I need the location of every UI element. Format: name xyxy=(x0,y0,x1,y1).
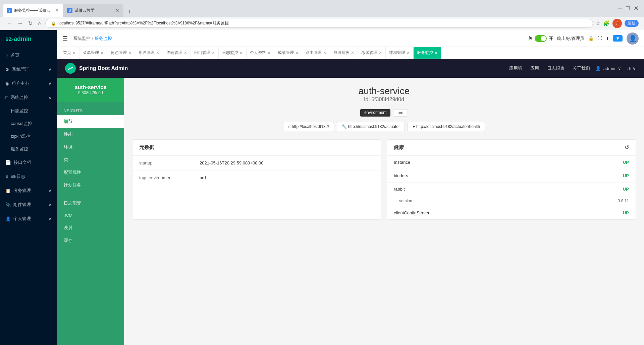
sidebar-item-api-docs[interactable]: 📄 接口文档 xyxy=(0,155,57,169)
tab-course[interactable]: 课程管理 ✕ xyxy=(386,47,414,59)
sba-nav-about[interactable]: 关于我们 xyxy=(573,65,590,71)
tab-log[interactable]: 日志监控 ✕ xyxy=(219,47,247,59)
sidebar-item-service-monitor[interactable]: 服务监控 xyxy=(0,143,57,155)
sidebar-attach[interactable]: 📎附件管理 ∨ xyxy=(0,198,57,212)
sidebar-item-zipkin[interactable]: zipkin监控 xyxy=(0,130,57,143)
sba-menu-performance[interactable]: 性能 xyxy=(57,128,124,141)
refresh-icon[interactable]: ↺ xyxy=(625,144,629,151)
service-link-actuator[interactable]: 🔧 http://localhost:9182/actuator xyxy=(337,122,405,131)
sba-menu-scheduled-tasks[interactable]: 计划任务 xyxy=(57,179,124,192)
tag-environment: environment xyxy=(360,109,390,117)
sidebar-tenant[interactable]: ◉租户中心 ∨ xyxy=(0,76,57,90)
tab-profile[interactable]: 个人资料 ✕ xyxy=(247,47,274,59)
minimize-button[interactable]: ─ xyxy=(618,5,622,12)
address-bar[interactable]: 🔒 localhost:9527/#/iframe/urlPath?src=ht… xyxy=(45,19,593,28)
toggle-on-label: 开 xyxy=(549,36,553,42)
service-heading: auth-service xyxy=(132,86,636,96)
tab-terminal-close[interactable]: ✕ xyxy=(184,51,187,55)
back-button[interactable]: ← xyxy=(5,19,13,28)
refresh-button[interactable]: ↻ xyxy=(27,19,34,28)
sba-menu-details[interactable]: 细节 xyxy=(57,115,124,128)
sidebar-item-consul[interactable]: consul监控 xyxy=(0,117,57,130)
sidebar-personal[interactable]: 👤个人管理 ∨ xyxy=(0,212,57,226)
sidebar-item-home[interactable]: ⌂ 首页 xyxy=(0,48,57,62)
toggle-switch[interactable] xyxy=(535,35,547,42)
star-icon[interactable]: ☆ xyxy=(596,20,600,26)
tab-favicon-1: S xyxy=(7,8,12,13)
sidebar-exam[interactable]: 📋考务管理 ∨ xyxy=(0,184,57,198)
tab-exam-close[interactable]: ✕ xyxy=(379,51,382,55)
tab-grade-close[interactable]: ✕ xyxy=(295,51,299,55)
sidebar-monitor-header[interactable]: □系统监控 ∧ xyxy=(0,90,57,105)
tab-route-close[interactable]: ✕ xyxy=(323,51,326,55)
sidebar-item-log-monitor[interactable]: 日志监控 xyxy=(0,105,57,117)
tab-user-close[interactable]: ✕ xyxy=(156,51,159,55)
sba-nav-appwall[interactable]: 应用墙 xyxy=(509,65,522,71)
sba-menu-cache[interactable]: 缓存 xyxy=(57,234,124,247)
tab-close-2[interactable]: ✕ xyxy=(115,8,119,13)
tab-grade-review-close[interactable]: ✕ xyxy=(351,51,354,55)
meta-key-startup: startup xyxy=(132,156,193,170)
fullscreen-icon[interactable]: ⛶ xyxy=(598,36,602,41)
dropdown-icon[interactable]: ▼ xyxy=(613,35,623,42)
update-button[interactable]: 更新 xyxy=(625,20,639,27)
tab-log-close[interactable]: ✕ xyxy=(239,51,243,55)
sba-menu-config-props[interactable]: 配置属性 xyxy=(57,166,124,179)
tab-role-mgmt[interactable]: 角色管理 ✕ xyxy=(107,47,135,59)
sba-menu-log-config[interactable]: 日志配置 xyxy=(57,197,124,210)
sba-logo-icon xyxy=(65,63,76,74)
browser-tab-active[interactable]: S 服务监控——试做云 ✕ xyxy=(3,4,63,17)
new-tab-button[interactable]: + xyxy=(125,7,134,17)
browser-tab-inactive[interactable]: S 试做云教学 ✕ xyxy=(63,4,123,17)
tab-menu-close[interactable]: ✕ xyxy=(100,51,104,55)
sidebar-logo: sz-admin xyxy=(0,30,57,48)
tab-home-close[interactable]: ✕ xyxy=(72,51,76,55)
home-button[interactable]: ⌂ xyxy=(37,19,43,28)
tab-home[interactable]: 首页 ✕ xyxy=(60,47,79,59)
metadata-title: 元数据 xyxy=(139,144,154,151)
lock-icon[interactable]: 🔒 xyxy=(588,36,594,41)
sba-lang-dropdown[interactable]: zh ∨ xyxy=(627,66,636,71)
tab-user-mgmt[interactable]: 用户管理 ✕ xyxy=(135,47,163,59)
forward-button[interactable]: → xyxy=(16,19,24,28)
tab-route[interactable]: 路由管理 ✕ xyxy=(302,47,330,59)
sidebar-item-elk[interactable]: ≡ elk日志 xyxy=(0,169,57,184)
extension-icon[interactable]: 🧩 xyxy=(603,20,610,26)
maximize-button[interactable]: □ xyxy=(626,5,630,12)
hamburger-button[interactable]: ☰ xyxy=(62,35,68,42)
tab-dept[interactable]: 部门管理 ✕ xyxy=(191,47,219,59)
tab-dept-close[interactable]: ✕ xyxy=(212,51,215,55)
close-window-button[interactable]: ✕ xyxy=(634,5,639,12)
chevron-icon-personal: ∨ xyxy=(48,216,52,221)
tab-exam[interactable]: 考试管理 ✕ xyxy=(358,47,386,59)
actuator-link-icon: 🔧 xyxy=(342,124,347,129)
tab-close-1[interactable]: ✕ xyxy=(55,8,59,13)
tab-user-label: 用户管理 xyxy=(139,50,155,56)
breadcrumb-home[interactable]: 系统监控 xyxy=(73,36,91,42)
tab-terminal[interactable]: 终端管理 ✕ xyxy=(163,47,191,59)
tab-role-close[interactable]: ✕ xyxy=(128,51,131,55)
sba-nav-apps[interactable]: 应用 xyxy=(530,65,539,71)
chevron-icon-monitor: ∧ xyxy=(48,95,52,100)
sba-menu-class[interactable]: 类 xyxy=(57,153,124,166)
tab-grade-review[interactable]: 成绩批改 ✕ xyxy=(330,47,358,59)
tab-service-monitor-close[interactable]: ✕ xyxy=(434,51,438,55)
sba-user-dropdown[interactable]: 👤 admin ∨ xyxy=(595,66,621,71)
sba-menu-jvm[interactable]: JVM xyxy=(57,210,124,221)
tab-profile-close[interactable]: ✕ xyxy=(267,51,271,55)
service-link-health[interactable]: ♥ http://localhost:9182/actuator/health xyxy=(408,122,485,131)
font-icon[interactable]: T xyxy=(606,36,609,41)
elk-icon: ≡ xyxy=(5,174,8,179)
tab-route-label: 路由管理 xyxy=(306,50,322,56)
panels-row: 元数据 startup 2021-05-16T20:29:59.083+08:0… xyxy=(132,139,636,220)
sba-menu-mappings[interactable]: 映射 xyxy=(57,221,124,234)
tab-service-monitor[interactable]: 服务监控 ✕ xyxy=(414,47,441,59)
tab-menu-mgmt[interactable]: 菜单管理 ✕ xyxy=(79,47,107,59)
metadata-panel-body: startup 2021-05-16T20:29:59.083+08:00 ta… xyxy=(132,156,381,185)
sidebar-system-mgmt[interactable]: ⚙系统管理 ∨ xyxy=(0,62,57,76)
tab-course-close[interactable]: ✕ xyxy=(407,51,410,55)
sba-menu-environment[interactable]: 环境 xyxy=(57,141,124,153)
sba-nav-log-report[interactable]: 日志报表 xyxy=(547,65,565,71)
service-link-home[interactable]: ⌂ http://localhost:9182/ xyxy=(283,122,334,131)
tab-grade-mgmt[interactable]: 成绩管理 ✕ xyxy=(274,47,302,59)
